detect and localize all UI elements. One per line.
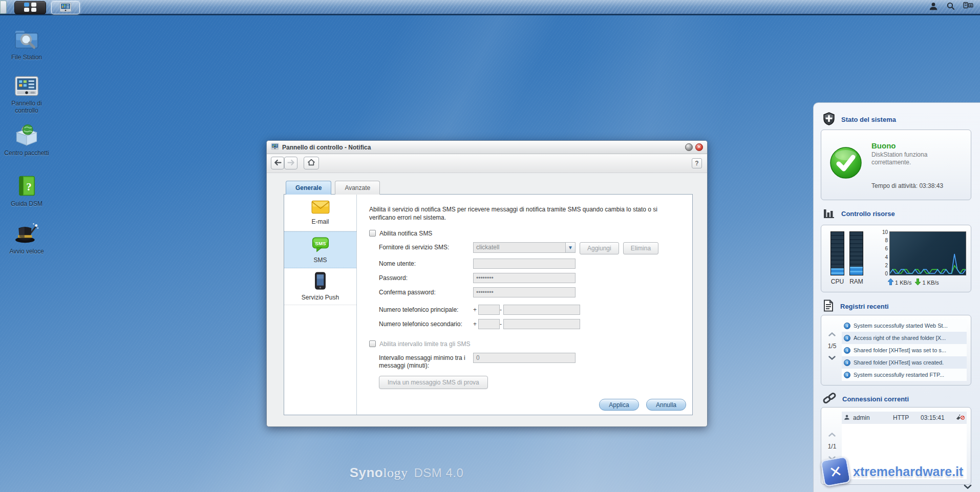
document-icon xyxy=(823,300,834,313)
sms-provider-select[interactable]: clickatell ▼ xyxy=(473,242,576,253)
primary-phone-country-input[interactable] xyxy=(478,305,500,315)
log-entry[interactable]: iSystem successfully started Web St... xyxy=(842,319,967,332)
enable-sms-checkbox-label: Abilita notifica SMS xyxy=(379,230,432,237)
log-entry[interactable]: iShared folder [XHTest] was created. xyxy=(842,356,967,369)
sidebar-item-push-service[interactable]: Servizio Push xyxy=(284,268,356,305)
system-health-card: Buono DiskStation funziona correttamente… xyxy=(821,130,971,200)
enable-sms-interval-checkbox[interactable] xyxy=(369,340,376,347)
info-icon: i xyxy=(844,347,850,354)
recent-logs-card: 1/5 iSystem successfully started Web St.… xyxy=(821,315,971,386)
confirm-password-input[interactable]: •••••••• xyxy=(473,287,576,297)
desktop-icon-control-panel[interactable]: Pannello di controllo xyxy=(2,75,51,115)
info-icon: i xyxy=(844,323,850,329)
phone-separator: - xyxy=(500,319,503,328)
push-phone-icon xyxy=(314,272,326,291)
logs-pager: 1/5 xyxy=(824,331,840,361)
sidebar-item-email[interactable]: E-mail xyxy=(284,195,356,231)
username-input[interactable] xyxy=(473,259,576,269)
search-button[interactable] xyxy=(942,1,960,14)
pager-down-icon[interactable] xyxy=(828,455,836,462)
close-button[interactable]: ✕ xyxy=(695,143,703,151)
pager-up-icon[interactable] xyxy=(828,331,836,338)
arrow-left-icon xyxy=(274,159,282,167)
secondary-phone-country-input[interactable] xyxy=(478,319,500,329)
desktop-icon-package-center[interactable]: Centro pacchetti xyxy=(2,123,51,157)
secondary-phone-input[interactable] xyxy=(503,319,580,329)
log-entry[interactable]: iAccess right of the shared folder [X... xyxy=(842,332,967,344)
health-status: Buono xyxy=(871,141,964,150)
desktop-icon-label: Guida DSM xyxy=(2,201,51,208)
tab-avanzate[interactable]: Avanzate xyxy=(335,181,380,195)
taskbar-control-panel-button[interactable] xyxy=(51,1,80,14)
help-book-icon: ? xyxy=(15,191,38,199)
secondary-phone-label: Numero telefonico secondario: xyxy=(379,319,473,328)
network-traffic-chart xyxy=(889,231,966,275)
svg-text:SMS: SMS xyxy=(315,240,326,246)
pager-down-icon[interactable] xyxy=(828,354,836,361)
pager-up-icon[interactable] xyxy=(828,431,836,438)
ram-meter xyxy=(849,231,863,275)
taskbar-handle[interactable] xyxy=(0,1,7,14)
back-button[interactable] xyxy=(271,157,284,169)
forward-button[interactable] xyxy=(284,157,297,169)
pilot-view-button[interactable] xyxy=(960,1,977,14)
control-panel-icon xyxy=(59,2,72,14)
download-speed: 1 KB/s xyxy=(922,280,939,286)
enable-sms-checkbox[interactable] xyxy=(369,230,376,237)
log-entry[interactable]: iSystem successfully restarted FTP... xyxy=(842,369,967,381)
search-icon xyxy=(946,2,955,12)
main-menu-button[interactable] xyxy=(14,1,46,14)
sidebar-item-sms[interactable]: SMS SMS xyxy=(284,231,356,268)
add-provider-button[interactable]: Aggiungi xyxy=(580,242,619,254)
home-button[interactable] xyxy=(304,157,319,169)
primary-phone-label: Numero telefonico principale: xyxy=(379,305,473,314)
folder-search-icon xyxy=(14,45,39,52)
interval-input[interactable]: 0 xyxy=(473,353,576,363)
password-input[interactable]: •••••••• xyxy=(473,273,576,283)
arrow-right-icon xyxy=(287,159,295,167)
network-chart-yticks: 10 8 6 4 2 0 xyxy=(877,229,888,276)
desktop: File Station Pannello di controllo xyxy=(0,0,980,492)
window-toolbar: ? xyxy=(267,154,707,173)
uptime-text: Tempo di attività: 03:38:43 xyxy=(871,182,943,189)
ram-label: RAM xyxy=(849,278,863,285)
connections-pager: 1/1 xyxy=(824,431,840,462)
tab-generale[interactable]: Generale xyxy=(286,181,331,195)
cpu-label: CPU xyxy=(830,278,844,285)
upload-line xyxy=(890,254,966,273)
control-panel-notification-window: Pannello di controllo - Notifica ✕ ? xyxy=(266,140,708,427)
password-label: Password: xyxy=(379,273,473,282)
primary-phone-input[interactable] xyxy=(503,305,580,315)
status-ok-icon xyxy=(829,146,862,181)
window-titlebar[interactable]: Pannello di controllo - Notifica ✕ xyxy=(267,141,707,154)
phone-plus-sign: + xyxy=(473,305,478,313)
cancel-button[interactable]: Annulla xyxy=(646,399,686,411)
sms-provider-value: clickatell xyxy=(474,244,565,251)
sms-bubble-icon: SMS xyxy=(311,237,330,254)
svg-text:?: ? xyxy=(26,181,31,193)
desktop-icon-file-station[interactable]: File Station xyxy=(2,28,51,61)
log-entry[interactable]: iShared folder [XHTest] was set to s... xyxy=(842,344,967,356)
shield-icon xyxy=(823,112,835,127)
network-speed-line: 1 KB/s 1 KB/s xyxy=(888,279,939,286)
provider-label: Fornitore di servizio SMS: xyxy=(379,242,473,251)
log-entry-list: iSystem successfully started Web St... i… xyxy=(842,319,967,381)
quick-start-hat-icon xyxy=(14,239,39,246)
current-connections-header: Connessioni correnti xyxy=(823,392,909,407)
delete-provider-button[interactable]: Elimina xyxy=(623,242,658,254)
minimize-button[interactable] xyxy=(685,143,693,151)
user-icon xyxy=(929,2,938,12)
sidebar-item-label: Servizio Push xyxy=(302,294,339,301)
widget-title: Controllo risorse xyxy=(841,210,895,218)
desktop-icon-quick-start[interactable]: Avvio veloce xyxy=(2,221,51,255)
send-test-sms-button[interactable]: Invia un messaggio SMS di prova xyxy=(379,376,488,389)
chain-link-icon xyxy=(823,392,836,407)
apply-button[interactable]: Applica xyxy=(599,399,639,411)
widget-title: Stato del sistema xyxy=(841,116,896,123)
help-button[interactable]: ? xyxy=(692,158,702,168)
user-menu-button[interactable] xyxy=(925,1,942,14)
desktop-icon-dsm-help[interactable]: ? Guida DSM xyxy=(2,175,51,208)
system-widget-panel: Stato del sistema Buono DiskStation fun xyxy=(813,102,980,492)
disconnect-icon[interactable] xyxy=(955,414,965,422)
widget-panel-collapse-button[interactable] xyxy=(957,483,978,491)
